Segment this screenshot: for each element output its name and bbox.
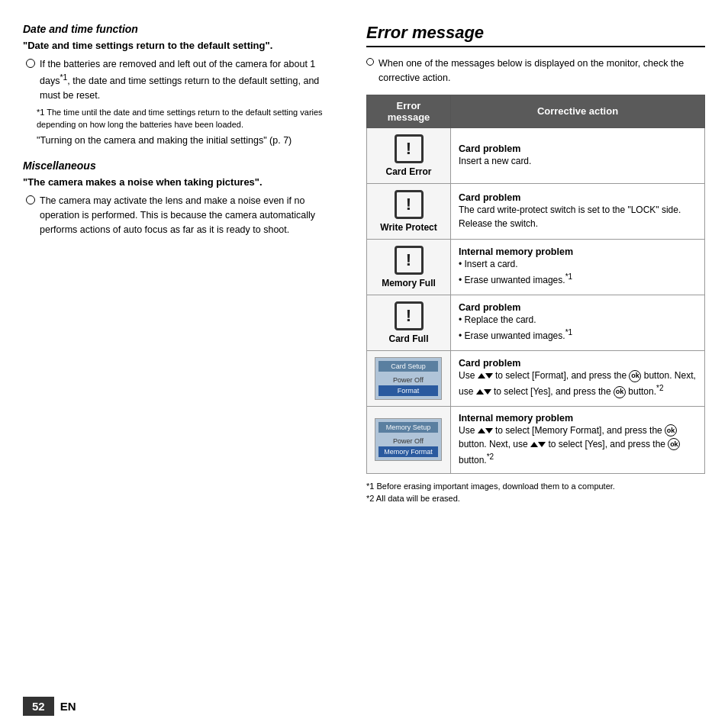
card-setup-title: Card Setup xyxy=(378,361,438,372)
icon-cell-memory-full: ! Memory Full xyxy=(367,239,451,295)
card-setup-item1: Power Off xyxy=(378,375,438,385)
quoted-text-1: "Turning on the camera and making the in… xyxy=(37,135,336,146)
memory-setup-title: Memory Setup xyxy=(378,422,438,433)
card-full-label: Card Full xyxy=(375,333,443,344)
intro-bullet-dot xyxy=(366,58,374,66)
error-table: Error message Corrective action ! Card E… xyxy=(366,95,705,474)
icon-cell-memory-setup: Memory Setup Power Off Memory Format xyxy=(367,406,451,473)
memory-setup-ui: Memory Setup Power Off Memory Format xyxy=(375,418,442,461)
action-title-memory-setup: Internal memory problem xyxy=(459,413,697,424)
card-error-icon: ! xyxy=(395,134,424,163)
action-detail-card-full: • Replace the card.• Erase unwanted imag… xyxy=(459,313,697,343)
footnote-bottom-1: *1 Before erasing important images, down… xyxy=(366,480,705,493)
footnotes-bottom: *1 Before erasing important images, down… xyxy=(366,480,705,505)
page-footer: 52 EN xyxy=(23,697,76,716)
action-title-card-full: Card problem xyxy=(459,302,697,313)
bullet-item-2: The camera may activate the lens and mak… xyxy=(23,194,336,237)
triangle-down-icon xyxy=(485,373,493,378)
left-column: Date and time function "Date and time se… xyxy=(23,23,343,705)
card-setup-ui: Card Setup Power Off Format xyxy=(375,357,442,400)
icon-cell-card-error: ! Card Error xyxy=(367,127,451,183)
write-protect-icon: ! xyxy=(395,190,424,219)
intro-text: When one of the messages below is displa… xyxy=(378,56,705,85)
icon-cell-card-full: ! Card Full xyxy=(367,295,451,350)
action-title-memory-full: Internal memory problem xyxy=(459,246,697,257)
memory-full-icon: ! xyxy=(395,246,424,275)
triangle-up-icon3 xyxy=(478,428,485,433)
ok-button-icon3: ok xyxy=(665,424,677,436)
footnote-1: *1 The time until the date and time sett… xyxy=(37,107,336,130)
card-full-icon: ! xyxy=(395,301,424,330)
icon-cell-card-setup: Card Setup Power Off Format xyxy=(367,350,451,406)
triangle-up-icon xyxy=(478,373,485,378)
intro-bullet: When one of the messages below is displa… xyxy=(366,56,705,85)
page-language: EN xyxy=(60,700,76,713)
action-cell-write-protect: Card problem The card write-protect swit… xyxy=(451,183,705,239)
ok-button-icon2: ok xyxy=(614,386,626,398)
action-cell-memory-setup: Internal memory problem Use to select [M… xyxy=(451,406,705,473)
card-setup-item2: Format xyxy=(378,385,438,396)
action-cell-card-full: Card problem • Replace the card.• Erase … xyxy=(451,295,705,350)
section2-title: Miscellaneous xyxy=(23,159,336,172)
table-row: ! Card Full Card problem • Replace the c… xyxy=(367,295,705,350)
bullet-text-2: The camera may activate the lens and mak… xyxy=(40,194,336,237)
action-cell-card-error: Card problem Insert a new card. xyxy=(451,127,705,183)
action-title-write-protect: Card problem xyxy=(459,192,697,203)
memory-setup-item2: Memory Format xyxy=(378,446,438,457)
table-row: Card Setup Power Off Format Card problem… xyxy=(367,350,705,406)
col-header-action: Corrective action xyxy=(451,95,705,127)
right-column: Error message When one of the messages b… xyxy=(366,23,705,705)
bullet-dot-1 xyxy=(26,59,35,68)
footnote-bottom-2: *2 All data will be erased. xyxy=(366,492,705,505)
page-number: 52 xyxy=(23,697,54,716)
table-row: ! Memory Full Internal memory problem • … xyxy=(367,239,705,295)
section1-title: Date and time function xyxy=(23,23,336,35)
card-error-label: Card Error xyxy=(375,166,443,177)
triangle-up-icon4 xyxy=(530,442,538,447)
action-cell-memory-full: Internal memory problem • Insert a card.… xyxy=(451,239,705,295)
ok-button-icon4: ok xyxy=(668,438,680,450)
triangle-down-icon2 xyxy=(484,389,491,395)
table-row: ! Card Error Card problem Insert a new c… xyxy=(367,127,705,183)
action-cell-card-setup: Card problem Use to select [Format], and… xyxy=(451,350,705,406)
bullet-item-1: If the batteries are removed and left ou… xyxy=(23,57,336,102)
section2-subtitle: "The camera makes a noise when taking pi… xyxy=(23,176,336,188)
write-protect-label: Write Protect xyxy=(375,222,443,233)
action-detail-write-protect: The card write-protect switch is set to … xyxy=(459,203,697,230)
action-detail-card-setup: Use to select [Format], and press the ok… xyxy=(459,369,697,398)
action-detail-memory-setup: Use to select [Memory Format], and press… xyxy=(459,424,697,467)
col-header-error: Error message xyxy=(367,95,451,127)
action-title-card-error: Card problem xyxy=(459,143,697,154)
icon-cell-write-protect: ! Write Protect xyxy=(367,183,451,239)
action-detail-memory-full: • Insert a card.• Erase unwanted images.… xyxy=(459,257,697,287)
memory-full-label: Memory Full xyxy=(375,278,443,288)
action-detail-card-error: Insert a new card. xyxy=(459,154,697,168)
ok-button-icon: ok xyxy=(629,370,641,382)
bullet-dot-2 xyxy=(26,195,35,205)
triangle-up-icon2 xyxy=(476,389,484,395)
triangle-down-icon4 xyxy=(538,442,546,447)
triangle-down-icon3 xyxy=(485,428,493,433)
action-title-card-setup: Card problem xyxy=(459,358,697,369)
error-message-title: Error message xyxy=(366,23,705,47)
table-row: ! Write Protect Card problem The card wr… xyxy=(367,183,705,239)
bullet-text-1: If the batteries are removed and left ou… xyxy=(40,57,336,102)
table-row: Memory Setup Power Off Memory Format Int… xyxy=(367,406,705,473)
section1-subtitle: "Date and time settings return to the de… xyxy=(23,40,336,51)
memory-setup-item1: Power Off xyxy=(378,436,438,446)
